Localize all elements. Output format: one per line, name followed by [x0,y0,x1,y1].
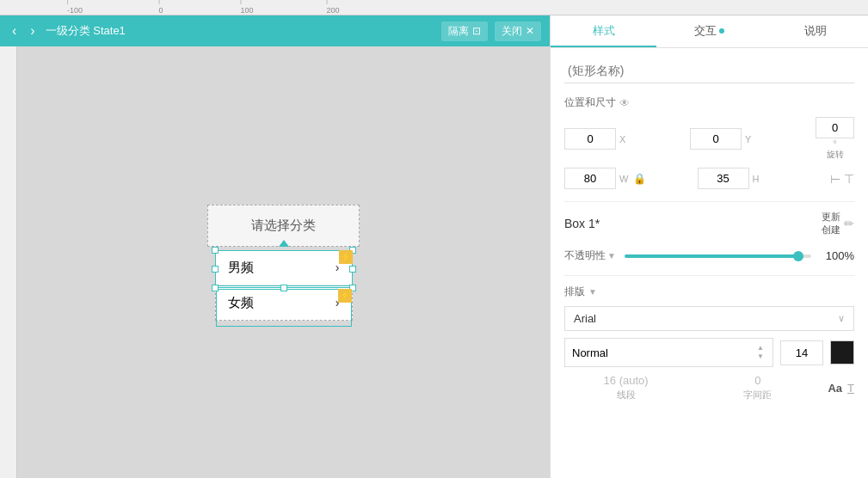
opacity-slider[interactable] [625,254,811,258]
w-label: W [619,174,630,184]
panel-content: 位置和尺寸 👁 X Y ° 旋转 [551,48,868,478]
rotation-input[interactable] [816,117,854,138]
tab-notes[interactable]: 说明 [762,15,868,47]
rotation-degree: ° [833,138,836,149]
handle-tl-1[interactable] [212,247,219,254]
box-name-row: Box 1* 更新 创建 ✏ [564,211,854,236]
visibility-eye-icon[interactable]: 👁 [619,97,630,109]
workspace[interactable]: 请选择分类 [17,46,550,478]
font-style-stepper[interactable]: ▲ ▼ [755,344,766,361]
xy-row: X Y ° 旋转 [564,117,854,161]
tab-interaction[interactable]: 交互 [656,15,762,47]
font-metrics-row: 16 (auto) 线段 0 字间距 Aa T [564,374,854,401]
dropdown-widget: 请选择分类 [207,205,360,321]
line-height-value: 16 (auto) [604,374,649,387]
line-height-label: 线段 [617,389,636,401]
isolate-icon: ⊡ [472,25,481,37]
text-style-icon[interactable]: T [847,382,854,395]
wh-icons: ⊢ ⊤ [830,172,854,186]
h-input-group: H [698,168,824,189]
w-input-group: W 🔒 [564,168,691,189]
y-label: Y [745,134,755,144]
close-button[interactable]: 关闭 ✕ [495,21,541,41]
rotation-label: 旋转 [827,149,844,161]
opacity-dropdown-icon[interactable]: ▼ [607,251,616,260]
handle-bm-1[interactable] [280,285,287,291]
dropdown-list-container: ⚡ 男频 › ⚡ [215,250,353,321]
font-chevron-icon: ∨ [838,313,845,324]
h-input[interactable] [698,168,749,189]
line-height-metric: 16 (auto) 线段 [564,374,687,401]
stepper-up[interactable]: ▲ [755,344,766,352]
font-style-select[interactable]: Normal ▲ ▼ [564,338,773,367]
isolate-button[interactable]: 隔离 ⊡ [441,21,488,41]
handle-bl-1[interactable] [212,285,219,291]
canvas-area: ‹ › 一级分类 State1 隔离 ⊡ 关闭 ✕ 请选择分类 [0,15,550,478]
edit-icon: ✏ [844,217,854,230]
top-ruler: -100 0 100 200 [0,0,868,15]
h-label: H [753,174,763,184]
typography-dropdown-icon[interactable]: ▼ [588,287,597,297]
x-label: X [619,134,630,144]
wh-row: W 🔒 H ⊢ ⊤ [564,168,854,189]
nav-right-button[interactable]: › [27,23,38,39]
opacity-value: 100% [820,249,854,262]
opacity-slider-thumb [793,251,803,261]
left-ruler [0,46,17,478]
fit-width-icon[interactable]: ⊢ [830,172,840,186]
x-input[interactable] [564,128,616,150]
text-transform-icons: Aa T [828,382,854,395]
letter-spacing-metric: 0 字间距 [696,374,819,401]
nav-left-button[interactable]: ‹ [9,23,20,39]
w-input[interactable] [564,168,616,189]
letter-spacing-label: 字间距 [743,389,772,401]
panel-tabs: 样式 交互 说明 [551,15,868,48]
divider-2 [564,275,854,276]
font-color-swatch[interactable] [830,340,854,365]
interaction-dot [719,28,724,34]
triangle-indicator [279,240,289,247]
close-icon: ✕ [526,25,534,37]
lightning-badge-1: ⚡ [339,250,353,264]
handle-mr-1[interactable] [349,266,356,273]
fit-height-icon[interactable]: ⊤ [844,172,854,186]
opacity-row: 不透明性 ▼ 100% [564,248,854,263]
y-input-group: Y [690,128,809,150]
position-section-label: 位置和尺寸 👁 [564,95,854,110]
tab-style[interactable]: 样式 [551,15,656,47]
rotation-group: ° 旋转 [816,117,854,161]
letter-spacing-value: 0 [754,374,760,387]
page-title: 一级分类 State1 [46,23,126,39]
main-layout: ‹ › 一级分类 State1 隔离 ⊡ 关闭 ✕ 请选择分类 [0,15,868,478]
handle-ml-1[interactable] [212,266,219,273]
box-name: Box 1* [564,217,600,230]
top-bar: ‹ › 一级分类 State1 隔离 ⊡ 关闭 ✕ [0,15,550,46]
update-create-button[interactable]: 更新 创建 ✏ [822,211,854,236]
typography-section-label: 排版 ▼ [564,285,854,299]
x-input-group: X [564,128,683,150]
font-family-select[interactable]: Arial ∨ [564,306,854,331]
font-style-row: Normal ▲ ▼ [564,338,854,367]
canvas-content: 请选择分类 [0,46,550,478]
opacity-label: 不透明性 ▼ [564,248,616,263]
right-panel: 样式 交互 说明 位置和尺寸 👁 [550,15,868,478]
name-input[interactable] [564,58,854,83]
list-item-1[interactable]: 男频 › [216,251,352,285]
text-case-icon[interactable]: Aa [828,382,842,395]
font-family-name: Arial [574,312,838,325]
name-field-row [564,58,854,83]
y-input[interactable] [690,128,742,150]
stepper-down[interactable]: ▼ [755,352,766,361]
font-size-input[interactable] [780,340,823,365]
divider-1 [564,201,854,202]
lightning-badge-2: ⚡ [338,289,352,303]
lock-icon[interactable]: 🔒 [633,173,646,185]
